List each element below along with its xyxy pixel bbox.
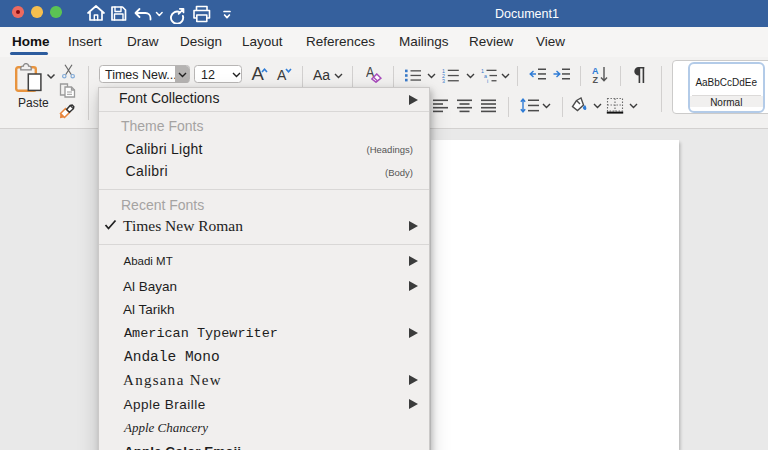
svg-text:3: 3 <box>442 78 445 83</box>
svg-text:Z: Z <box>593 75 599 84</box>
svg-text:i: i <box>487 78 488 83</box>
